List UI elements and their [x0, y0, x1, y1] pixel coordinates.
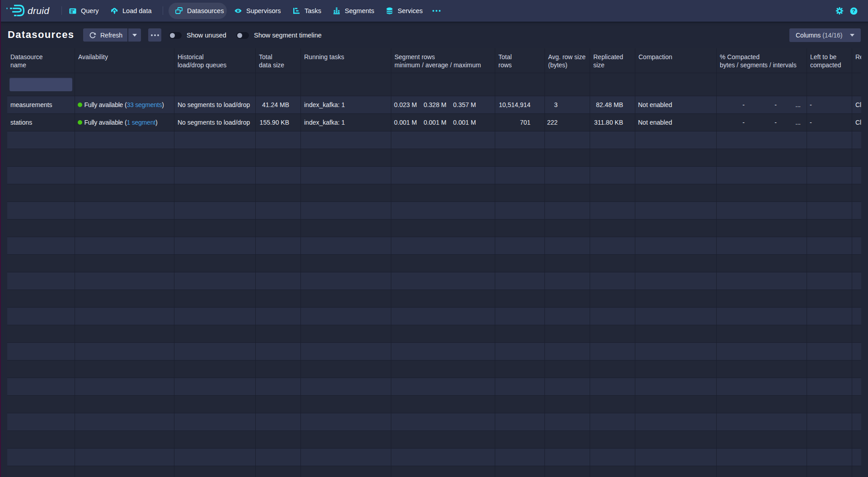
svg-text:?: ? — [852, 8, 855, 14]
